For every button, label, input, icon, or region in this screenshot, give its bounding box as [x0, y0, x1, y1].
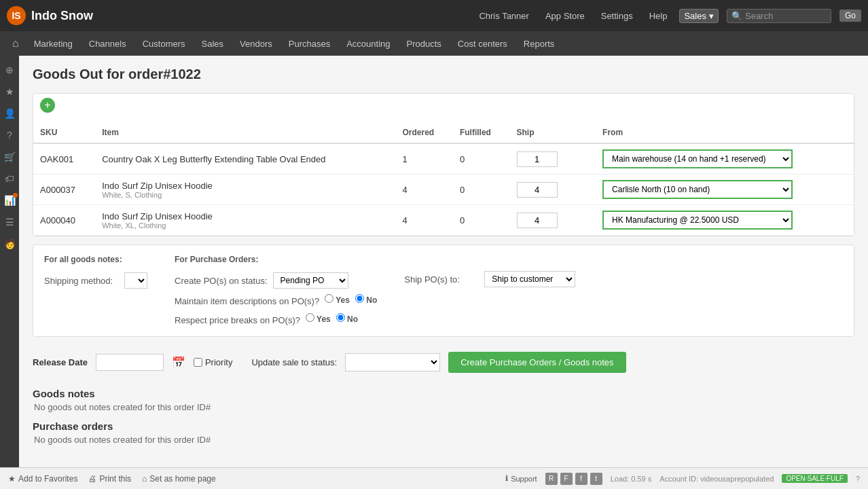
respect-no-radio[interactable] [336, 313, 345, 322]
add-row-button[interactable]: + [40, 98, 55, 113]
release-row: Release Date 06/25/2018 📅 Priority Updat… [33, 345, 854, 380]
ship-qty-input[interactable] [517, 151, 558, 167]
update-label: Update sale to status: [251, 357, 337, 367]
priority-checkbox[interactable] [194, 358, 202, 367]
support-label: Support [511, 475, 537, 483]
sidebar-list-icon[interactable]: ☰ [2, 213, 18, 231]
ship-qty-input[interactable] [517, 182, 558, 198]
twitter-icon[interactable]: t [590, 473, 602, 485]
logo-icon: IS [7, 6, 26, 25]
respect-row: Respect price breaks on PO(s)? Yes No [175, 313, 377, 327]
maintain-yes-radio[interactable] [325, 294, 333, 303]
logo: IS Indo Snow [7, 6, 93, 25]
add-favorites-link[interactable]: ★ Add to Favorites [8, 474, 77, 484]
nav-products[interactable]: Products [399, 33, 450, 54]
shipping-method-select[interactable] [124, 272, 147, 289]
nav-channels[interactable]: Channels [81, 33, 134, 54]
print-link[interactable]: 🖨 Print this [88, 474, 131, 484]
settings-link[interactable]: Settings [597, 8, 637, 24]
from-select[interactable]: Main warehouse (14 on hand +1 reserved) [602, 149, 793, 168]
sidebar-user-icon[interactable]: 👤 [1, 105, 19, 122]
sidebar-chart-icon[interactable]: 📊 [1, 192, 19, 209]
footer-question-icon[interactable]: ? [856, 475, 860, 483]
nav-vendors[interactable]: Vendors [232, 33, 281, 54]
nav-purchases[interactable]: Purchases [281, 33, 338, 54]
cell-sku: A000037 [33, 175, 95, 205]
cell-item: Indo Surf Zip Unisex Hoodie White, S, Cl… [95, 175, 395, 205]
nav-marketing[interactable]: Marketing [26, 33, 81, 54]
ship-pos-select[interactable]: Ship to customer Ship to warehouse [484, 271, 575, 287]
search-icon: 🔍 [731, 11, 742, 21]
release-date-input[interactable]: 06/25/2018 [96, 354, 164, 371]
support-icon: ℹ [505, 474, 508, 483]
ship-pos-row: Ship PO(s) to: Ship to customer Ship to … [404, 271, 575, 287]
update-status-select[interactable] [345, 353, 440, 372]
status-badge: OPEN·SALE·FULF [782, 474, 847, 483]
feed-icon[interactable]: F [560, 473, 573, 485]
ship-qty-input[interactable] [517, 213, 558, 228]
nav-customers[interactable]: Customers [134, 33, 194, 54]
facebook-icon[interactable]: f [575, 473, 587, 485]
nav-cost-centers[interactable]: Cost centers [450, 33, 516, 54]
app-store-link[interactable]: App Store [541, 8, 589, 24]
respect-radio-group: Yes No [306, 313, 358, 327]
nav-reports[interactable]: Reports [516, 33, 563, 54]
sidebar-star-icon[interactable]: ★ [2, 83, 18, 101]
account-text: Account ID: videousaprepopulated [659, 475, 774, 483]
sidebar-question-icon[interactable]: ? [3, 126, 16, 144]
sidebar-person-icon[interactable]: 🧑 [1, 235, 19, 253]
from-select[interactable]: Carlisle North (10 on hand) [602, 180, 793, 199]
go-button[interactable]: Go [839, 10, 861, 22]
cell-ship [510, 205, 579, 236]
create-po-goods-button[interactable]: Create Purchase Orders / Goods notes [448, 352, 626, 373]
purchase-orders-empty: No goods out notes created for this orde… [34, 435, 854, 445]
maintain-no-label: No [355, 294, 377, 305]
respect-no-label: No [336, 313, 358, 324]
priority-checkbox-area: Priority [194, 357, 232, 367]
maintain-no-radio[interactable] [355, 294, 364, 303]
sales-label: Sales [684, 11, 706, 21]
rss-icon[interactable]: R [545, 473, 558, 485]
goods-notes-col: For all goods notes: Shipping method: [44, 255, 147, 289]
cell-ship [510, 143, 579, 175]
cell-sku: A000040 [33, 205, 95, 236]
cell-sku: OAK001 [33, 143, 95, 175]
footer: ★ Add to Favorites 🖨 Print this ⌂ Set as… [0, 467, 868, 489]
load-text: Load: 0.59 s [611, 475, 652, 483]
search-input[interactable] [745, 11, 827, 21]
nav-sales[interactable]: Sales [194, 33, 232, 54]
sidebar-cart-icon[interactable]: 🛒 [1, 148, 19, 166]
from-select[interactable]: HK Manufacturing @ 22.5000 USD [602, 211, 793, 230]
cell-from: Carlisle North (10 on hand) [596, 175, 854, 205]
items-table-container: + SKU Item Ordered Fulfilled Ship From [33, 93, 854, 236]
sales-dropdown[interactable]: Sales ▾ [679, 9, 719, 23]
cell-spacer [579, 175, 596, 205]
footer-right: ℹ Support R F f t Load: 0.59 s Account I… [505, 473, 860, 485]
user-link[interactable]: Chris Tanner [475, 8, 532, 24]
support-link[interactable]: ℹ Support [505, 474, 537, 483]
cell-ordered: 4 [396, 205, 453, 236]
respect-yes-label: Yes [306, 313, 331, 324]
nav-home-icon[interactable]: ⌂ [5, 32, 26, 55]
create-po-select[interactable]: Pending PO Active PO Confirmed PO [273, 272, 348, 289]
help-link[interactable]: Help [645, 8, 672, 24]
maintain-label: Maintain item descriptions on PO(s)? [175, 296, 319, 306]
home-footer-icon: ⌂ [142, 474, 147, 484]
social-icons: R F f t [545, 473, 602, 485]
cell-from: HK Manufacturing @ 22.5000 USD [596, 205, 854, 236]
set-home-link[interactable]: ⌂ Set as home page [142, 474, 216, 484]
goods-notes-title: For all goods notes: [44, 255, 147, 264]
nav-accounting[interactable]: Accounting [338, 33, 398, 54]
sidebar-add-icon[interactable]: ⊕ [2, 61, 17, 79]
cell-item: Country Oak X Leg Butterfly Extending Ta… [95, 143, 395, 175]
calendar-icon[interactable]: 📅 [172, 356, 185, 369]
cell-spacer [579, 205, 596, 236]
add-favorites-label: Add to Favorites [18, 474, 77, 484]
shipping-method-row: Shipping method: [44, 272, 147, 289]
main-content: Goods Out for order#1022 + SKU Item Orde… [19, 56, 868, 489]
respect-yes-radio[interactable] [306, 313, 314, 322]
col-ship: Ship [510, 122, 579, 143]
maintain-radio-group: Yes No [325, 294, 377, 308]
sidebar-tag-icon[interactable]: 🏷 [1, 170, 18, 187]
ship-pos-label: Ship PO(s) to: [404, 274, 479, 285]
